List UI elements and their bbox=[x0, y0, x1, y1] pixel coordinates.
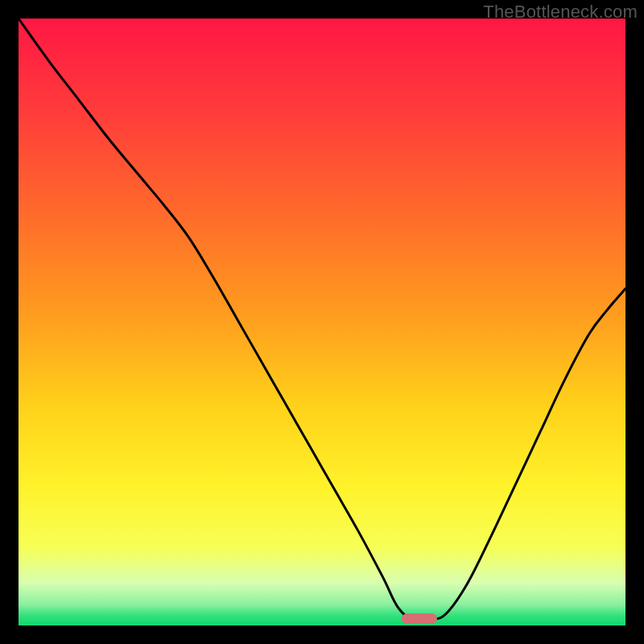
optimal-marker bbox=[402, 613, 437, 624]
chart-frame: TheBottleneck.com bbox=[0, 0, 644, 644]
bottleneck-curve bbox=[19, 19, 625, 625]
curve-path bbox=[19, 19, 625, 621]
plot-area bbox=[19, 19, 625, 625]
